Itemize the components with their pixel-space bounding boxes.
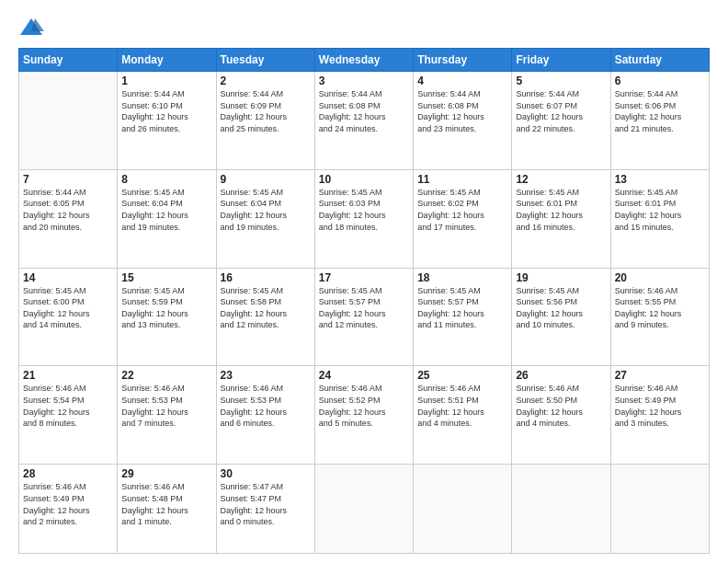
- day-number: 26: [516, 369, 606, 382]
- calendar-cell: 14Sunrise: 5:45 AM Sunset: 6:00 PM Dayli…: [19, 268, 118, 366]
- calendar-cell: 11Sunrise: 5:45 AM Sunset: 6:02 PM Dayli…: [414, 169, 512, 268]
- day-info: Sunrise: 5:44 AM Sunset: 6:05 PM Dayligh…: [23, 187, 113, 233]
- calendar-cell: 18Sunrise: 5:45 AM Sunset: 5:57 PM Dayli…: [414, 268, 512, 366]
- day-info: Sunrise: 5:45 AM Sunset: 5:58 PM Dayligh…: [221, 285, 311, 331]
- day-info: Sunrise: 5:45 AM Sunset: 6:04 PM Dayligh…: [121, 187, 211, 233]
- day-number: 6: [615, 75, 705, 87]
- day-number: 22: [121, 369, 211, 382]
- weekday-header: Sunday: [19, 49, 118, 72]
- day-number: 4: [417, 75, 507, 87]
- day-info: Sunrise: 5:45 AM Sunset: 5:59 PM Dayligh…: [121, 285, 211, 331]
- day-info: Sunrise: 5:45 AM Sunset: 5:56 PM Dayligh…: [516, 285, 606, 331]
- calendar-cell: 30Sunrise: 5:47 AM Sunset: 5:47 PM Dayli…: [216, 465, 314, 554]
- svg-marker-1: [31, 18, 44, 31]
- calendar-cell: 5Sunrise: 5:44 AM Sunset: 6:07 PM Daylig…: [512, 72, 610, 170]
- day-info: Sunrise: 5:44 AM Sunset: 6:08 PM Dayligh…: [417, 88, 507, 134]
- page: SundayMondayTuesdayWednesdayThursdayFrid…: [0, 0, 728, 563]
- day-info: Sunrise: 5:46 AM Sunset: 5:54 PM Dayligh…: [23, 383, 113, 429]
- logo-icon: [18, 15, 44, 40]
- weekday-header: Tuesday: [216, 49, 314, 72]
- calendar-cell: [512, 465, 610, 554]
- day-info: Sunrise: 5:46 AM Sunset: 5:49 PM Dayligh…: [23, 481, 113, 527]
- calendar-cell: 22Sunrise: 5:46 AM Sunset: 5:53 PM Dayli…: [118, 366, 216, 465]
- day-number: 3: [319, 75, 409, 87]
- calendar-cell: 23Sunrise: 5:46 AM Sunset: 5:53 PM Dayli…: [216, 366, 314, 465]
- day-number: 13: [615, 173, 705, 186]
- day-info: Sunrise: 5:46 AM Sunset: 5:55 PM Dayligh…: [615, 285, 705, 331]
- day-info: Sunrise: 5:44 AM Sunset: 6:07 PM Dayligh…: [516, 88, 606, 134]
- weekday-header: Saturday: [610, 49, 709, 72]
- day-info: Sunrise: 5:45 AM Sunset: 6:03 PM Dayligh…: [319, 187, 409, 233]
- calendar-cell: [610, 465, 709, 554]
- day-number: 23: [221, 369, 311, 382]
- calendar-cell: 20Sunrise: 5:46 AM Sunset: 5:55 PM Dayli…: [610, 268, 709, 366]
- calendar-cell: 26Sunrise: 5:46 AM Sunset: 5:50 PM Dayli…: [512, 366, 610, 465]
- day-number: 7: [23, 173, 113, 186]
- calendar-header-row: SundayMondayTuesdayWednesdayThursdayFrid…: [19, 49, 710, 72]
- calendar-cell: 3Sunrise: 5:44 AM Sunset: 6:08 PM Daylig…: [314, 72, 413, 170]
- calendar-cell: 2Sunrise: 5:44 AM Sunset: 6:09 PM Daylig…: [216, 72, 314, 170]
- day-number: 17: [319, 271, 409, 284]
- day-number: 8: [121, 173, 211, 186]
- day-info: Sunrise: 5:46 AM Sunset: 5:50 PM Dayligh…: [516, 383, 606, 429]
- day-info: Sunrise: 5:46 AM Sunset: 5:51 PM Dayligh…: [417, 383, 507, 429]
- day-info: Sunrise: 5:46 AM Sunset: 5:49 PM Dayligh…: [615, 383, 705, 429]
- day-info: Sunrise: 5:44 AM Sunset: 6:06 PM Dayligh…: [615, 88, 705, 134]
- day-number: 19: [516, 271, 606, 284]
- calendar-week-row: 7Sunrise: 5:44 AM Sunset: 6:05 PM Daylig…: [19, 169, 710, 268]
- calendar-cell: 27Sunrise: 5:46 AM Sunset: 5:49 PM Dayli…: [610, 366, 709, 465]
- calendar-cell: 13Sunrise: 5:45 AM Sunset: 6:01 PM Dayli…: [610, 169, 709, 268]
- day-info: Sunrise: 5:44 AM Sunset: 6:09 PM Dayligh…: [221, 88, 311, 134]
- day-info: Sunrise: 5:45 AM Sunset: 6:02 PM Dayligh…: [417, 187, 507, 233]
- day-info: Sunrise: 5:46 AM Sunset: 5:48 PM Dayligh…: [121, 481, 211, 527]
- day-info: Sunrise: 5:46 AM Sunset: 5:52 PM Dayligh…: [319, 383, 409, 429]
- day-number: 20: [615, 271, 705, 284]
- calendar-cell: 8Sunrise: 5:45 AM Sunset: 6:04 PM Daylig…: [118, 169, 216, 268]
- day-number: 16: [221, 271, 311, 284]
- day-number: 18: [417, 271, 507, 284]
- weekday-header: Wednesday: [314, 49, 413, 72]
- calendar-cell: 25Sunrise: 5:46 AM Sunset: 5:51 PM Dayli…: [414, 366, 512, 465]
- calendar-cell: 24Sunrise: 5:46 AM Sunset: 5:52 PM Dayli…: [314, 366, 413, 465]
- day-info: Sunrise: 5:46 AM Sunset: 5:53 PM Dayligh…: [121, 383, 211, 429]
- calendar-cell: 1Sunrise: 5:44 AM Sunset: 6:10 PM Daylig…: [118, 72, 216, 170]
- weekday-header: Thursday: [414, 49, 512, 72]
- day-number: 30: [221, 467, 311, 480]
- calendar-cell: 12Sunrise: 5:45 AM Sunset: 6:01 PM Dayli…: [512, 169, 610, 268]
- day-number: 2: [221, 75, 311, 87]
- calendar-cell: 29Sunrise: 5:46 AM Sunset: 5:48 PM Dayli…: [118, 465, 216, 554]
- calendar-week-row: 1Sunrise: 5:44 AM Sunset: 6:10 PM Daylig…: [19, 72, 710, 170]
- calendar-cell: 9Sunrise: 5:45 AM Sunset: 6:04 PM Daylig…: [216, 169, 314, 268]
- day-info: Sunrise: 5:45 AM Sunset: 6:04 PM Dayligh…: [221, 187, 311, 233]
- day-number: 5: [516, 75, 606, 87]
- calendar-cell: 6Sunrise: 5:44 AM Sunset: 6:06 PM Daylig…: [610, 72, 709, 170]
- day-number: 27: [615, 369, 705, 382]
- day-number: 1: [121, 75, 211, 87]
- day-number: 11: [417, 173, 507, 186]
- day-number: 9: [221, 173, 311, 186]
- calendar-cell: 4Sunrise: 5:44 AM Sunset: 6:08 PM Daylig…: [414, 72, 512, 170]
- day-number: 10: [319, 173, 409, 186]
- calendar-cell: 19Sunrise: 5:45 AM Sunset: 5:56 PM Dayli…: [512, 268, 610, 366]
- weekday-header: Monday: [118, 49, 216, 72]
- calendar-cell: 7Sunrise: 5:44 AM Sunset: 6:05 PM Daylig…: [19, 169, 118, 268]
- calendar-week-row: 14Sunrise: 5:45 AM Sunset: 6:00 PM Dayli…: [19, 268, 710, 366]
- calendar-cell: 16Sunrise: 5:45 AM Sunset: 5:58 PM Dayli…: [216, 268, 314, 366]
- day-info: Sunrise: 5:44 AM Sunset: 6:08 PM Dayligh…: [319, 88, 409, 134]
- header: [18, 15, 710, 40]
- calendar: SundayMondayTuesdayWednesdayThursdayFrid…: [18, 48, 710, 554]
- day-number: 25: [417, 369, 507, 382]
- day-info: Sunrise: 5:45 AM Sunset: 6:01 PM Dayligh…: [615, 187, 705, 233]
- day-info: Sunrise: 5:45 AM Sunset: 5:57 PM Dayligh…: [319, 285, 409, 331]
- calendar-week-row: 28Sunrise: 5:46 AM Sunset: 5:49 PM Dayli…: [19, 465, 710, 554]
- day-number: 15: [121, 271, 211, 284]
- day-number: 14: [23, 271, 113, 284]
- day-info: Sunrise: 5:45 AM Sunset: 6:01 PM Dayligh…: [516, 187, 606, 233]
- calendar-cell: [314, 465, 413, 554]
- day-number: 29: [121, 467, 211, 480]
- calendar-cell: 15Sunrise: 5:45 AM Sunset: 5:59 PM Dayli…: [118, 268, 216, 366]
- day-number: 24: [319, 369, 409, 382]
- calendar-cell: 10Sunrise: 5:45 AM Sunset: 6:03 PM Dayli…: [314, 169, 413, 268]
- day-info: Sunrise: 5:47 AM Sunset: 5:47 PM Dayligh…: [221, 481, 311, 527]
- day-number: 12: [516, 173, 606, 186]
